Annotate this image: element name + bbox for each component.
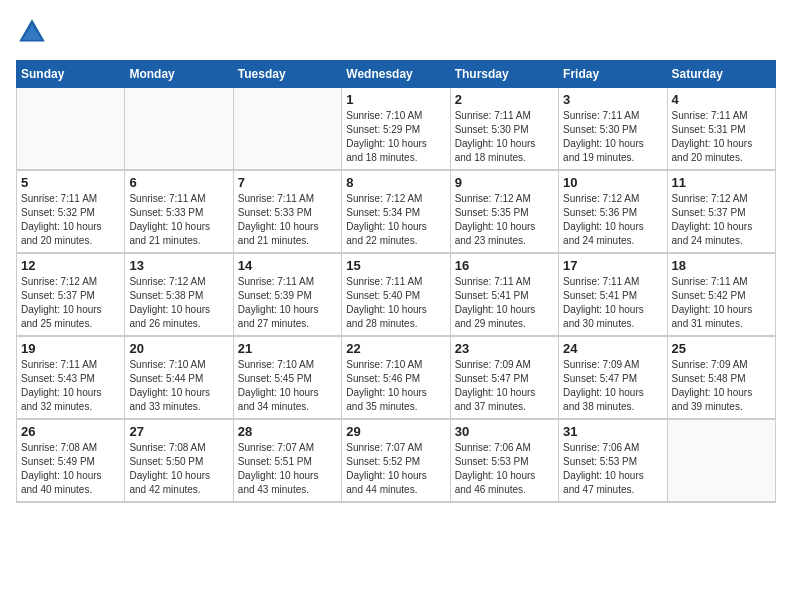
calendar-table: SundayMondayTuesdayWednesdayThursdayFrid… <box>16 60 776 503</box>
day-info: Sunrise: 7:11 AM Sunset: 5:30 PM Dayligh… <box>563 109 662 165</box>
calendar-week-row: 19Sunrise: 7:11 AM Sunset: 5:43 PM Dayli… <box>17 336 776 419</box>
day-number: 22 <box>346 341 445 356</box>
day-info: Sunrise: 7:09 AM Sunset: 5:47 PM Dayligh… <box>563 358 662 414</box>
day-number: 8 <box>346 175 445 190</box>
calendar-cell: 2Sunrise: 7:11 AM Sunset: 5:30 PM Daylig… <box>450 88 558 171</box>
day-info: Sunrise: 7:07 AM Sunset: 5:52 PM Dayligh… <box>346 441 445 497</box>
day-info: Sunrise: 7:07 AM Sunset: 5:51 PM Dayligh… <box>238 441 337 497</box>
day-info: Sunrise: 7:12 AM Sunset: 5:38 PM Dayligh… <box>129 275 228 331</box>
day-number: 2 <box>455 92 554 107</box>
day-number: 26 <box>21 424 120 439</box>
day-number: 13 <box>129 258 228 273</box>
calendar-cell <box>17 88 125 171</box>
day-info: Sunrise: 7:12 AM Sunset: 5:35 PM Dayligh… <box>455 192 554 248</box>
calendar-header-tuesday: Tuesday <box>233 61 341 88</box>
calendar-cell: 8Sunrise: 7:12 AM Sunset: 5:34 PM Daylig… <box>342 170 450 253</box>
day-info: Sunrise: 7:11 AM Sunset: 5:39 PM Dayligh… <box>238 275 337 331</box>
calendar-cell: 25Sunrise: 7:09 AM Sunset: 5:48 PM Dayli… <box>667 336 775 419</box>
logo <box>16 16 52 48</box>
calendar-cell: 14Sunrise: 7:11 AM Sunset: 5:39 PM Dayli… <box>233 253 341 336</box>
day-number: 12 <box>21 258 120 273</box>
day-info: Sunrise: 7:10 AM Sunset: 5:45 PM Dayligh… <box>238 358 337 414</box>
day-info: Sunrise: 7:11 AM Sunset: 5:41 PM Dayligh… <box>563 275 662 331</box>
day-number: 5 <box>21 175 120 190</box>
day-info: Sunrise: 7:12 AM Sunset: 5:37 PM Dayligh… <box>672 192 771 248</box>
day-info: Sunrise: 7:12 AM Sunset: 5:34 PM Dayligh… <box>346 192 445 248</box>
day-info: Sunrise: 7:11 AM Sunset: 5:41 PM Dayligh… <box>455 275 554 331</box>
page-header <box>16 16 776 48</box>
calendar-cell: 26Sunrise: 7:08 AM Sunset: 5:49 PM Dayli… <box>17 419 125 502</box>
day-number: 4 <box>672 92 771 107</box>
day-info: Sunrise: 7:11 AM Sunset: 5:31 PM Dayligh… <box>672 109 771 165</box>
calendar-cell: 6Sunrise: 7:11 AM Sunset: 5:33 PM Daylig… <box>125 170 233 253</box>
day-number: 29 <box>346 424 445 439</box>
day-number: 7 <box>238 175 337 190</box>
day-number: 16 <box>455 258 554 273</box>
calendar-cell: 29Sunrise: 7:07 AM Sunset: 5:52 PM Dayli… <box>342 419 450 502</box>
day-info: Sunrise: 7:11 AM Sunset: 5:33 PM Dayligh… <box>238 192 337 248</box>
calendar-cell: 22Sunrise: 7:10 AM Sunset: 5:46 PM Dayli… <box>342 336 450 419</box>
calendar-header-thursday: Thursday <box>450 61 558 88</box>
day-number: 17 <box>563 258 662 273</box>
day-number: 24 <box>563 341 662 356</box>
calendar-cell: 17Sunrise: 7:11 AM Sunset: 5:41 PM Dayli… <box>559 253 667 336</box>
day-number: 11 <box>672 175 771 190</box>
calendar-header-wednesday: Wednesday <box>342 61 450 88</box>
calendar-week-row: 12Sunrise: 7:12 AM Sunset: 5:37 PM Dayli… <box>17 253 776 336</box>
calendar-cell: 31Sunrise: 7:06 AM Sunset: 5:53 PM Dayli… <box>559 419 667 502</box>
day-number: 18 <box>672 258 771 273</box>
calendar-cell: 24Sunrise: 7:09 AM Sunset: 5:47 PM Dayli… <box>559 336 667 419</box>
calendar-header-saturday: Saturday <box>667 61 775 88</box>
calendar-cell: 10Sunrise: 7:12 AM Sunset: 5:36 PM Dayli… <box>559 170 667 253</box>
day-number: 30 <box>455 424 554 439</box>
calendar-cell <box>125 88 233 171</box>
day-number: 1 <box>346 92 445 107</box>
day-number: 23 <box>455 341 554 356</box>
calendar-cell: 3Sunrise: 7:11 AM Sunset: 5:30 PM Daylig… <box>559 88 667 171</box>
day-info: Sunrise: 7:11 AM Sunset: 5:42 PM Dayligh… <box>672 275 771 331</box>
day-info: Sunrise: 7:11 AM Sunset: 5:30 PM Dayligh… <box>455 109 554 165</box>
day-number: 3 <box>563 92 662 107</box>
calendar-cell: 4Sunrise: 7:11 AM Sunset: 5:31 PM Daylig… <box>667 88 775 171</box>
calendar-cell <box>667 419 775 502</box>
calendar-cell <box>233 88 341 171</box>
day-info: Sunrise: 7:11 AM Sunset: 5:43 PM Dayligh… <box>21 358 120 414</box>
calendar-cell: 21Sunrise: 7:10 AM Sunset: 5:45 PM Dayli… <box>233 336 341 419</box>
calendar-cell: 28Sunrise: 7:07 AM Sunset: 5:51 PM Dayli… <box>233 419 341 502</box>
calendar-week-row: 1Sunrise: 7:10 AM Sunset: 5:29 PM Daylig… <box>17 88 776 171</box>
day-info: Sunrise: 7:06 AM Sunset: 5:53 PM Dayligh… <box>563 441 662 497</box>
day-number: 25 <box>672 341 771 356</box>
day-info: Sunrise: 7:12 AM Sunset: 5:36 PM Dayligh… <box>563 192 662 248</box>
calendar-cell: 9Sunrise: 7:12 AM Sunset: 5:35 PM Daylig… <box>450 170 558 253</box>
day-number: 10 <box>563 175 662 190</box>
day-number: 31 <box>563 424 662 439</box>
calendar-cell: 12Sunrise: 7:12 AM Sunset: 5:37 PM Dayli… <box>17 253 125 336</box>
calendar-header-friday: Friday <box>559 61 667 88</box>
calendar-cell: 20Sunrise: 7:10 AM Sunset: 5:44 PM Dayli… <box>125 336 233 419</box>
calendar-cell: 7Sunrise: 7:11 AM Sunset: 5:33 PM Daylig… <box>233 170 341 253</box>
calendar-cell: 16Sunrise: 7:11 AM Sunset: 5:41 PM Dayli… <box>450 253 558 336</box>
calendar-header-row: SundayMondayTuesdayWednesdayThursdayFrid… <box>17 61 776 88</box>
calendar-cell: 5Sunrise: 7:11 AM Sunset: 5:32 PM Daylig… <box>17 170 125 253</box>
day-info: Sunrise: 7:12 AM Sunset: 5:37 PM Dayligh… <box>21 275 120 331</box>
day-info: Sunrise: 7:10 AM Sunset: 5:44 PM Dayligh… <box>129 358 228 414</box>
day-number: 14 <box>238 258 337 273</box>
day-number: 21 <box>238 341 337 356</box>
calendar-week-row: 5Sunrise: 7:11 AM Sunset: 5:32 PM Daylig… <box>17 170 776 253</box>
calendar-cell: 15Sunrise: 7:11 AM Sunset: 5:40 PM Dayli… <box>342 253 450 336</box>
day-number: 27 <box>129 424 228 439</box>
calendar-header-sunday: Sunday <box>17 61 125 88</box>
day-number: 20 <box>129 341 228 356</box>
calendar-cell: 11Sunrise: 7:12 AM Sunset: 5:37 PM Dayli… <box>667 170 775 253</box>
logo-icon <box>16 16 48 48</box>
day-info: Sunrise: 7:09 AM Sunset: 5:47 PM Dayligh… <box>455 358 554 414</box>
calendar-cell: 27Sunrise: 7:08 AM Sunset: 5:50 PM Dayli… <box>125 419 233 502</box>
day-info: Sunrise: 7:10 AM Sunset: 5:46 PM Dayligh… <box>346 358 445 414</box>
calendar-cell: 13Sunrise: 7:12 AM Sunset: 5:38 PM Dayli… <box>125 253 233 336</box>
calendar-cell: 30Sunrise: 7:06 AM Sunset: 5:53 PM Dayli… <box>450 419 558 502</box>
calendar-cell: 23Sunrise: 7:09 AM Sunset: 5:47 PM Dayli… <box>450 336 558 419</box>
day-number: 6 <box>129 175 228 190</box>
day-info: Sunrise: 7:11 AM Sunset: 5:33 PM Dayligh… <box>129 192 228 248</box>
calendar-cell: 19Sunrise: 7:11 AM Sunset: 5:43 PM Dayli… <box>17 336 125 419</box>
day-info: Sunrise: 7:10 AM Sunset: 5:29 PM Dayligh… <box>346 109 445 165</box>
